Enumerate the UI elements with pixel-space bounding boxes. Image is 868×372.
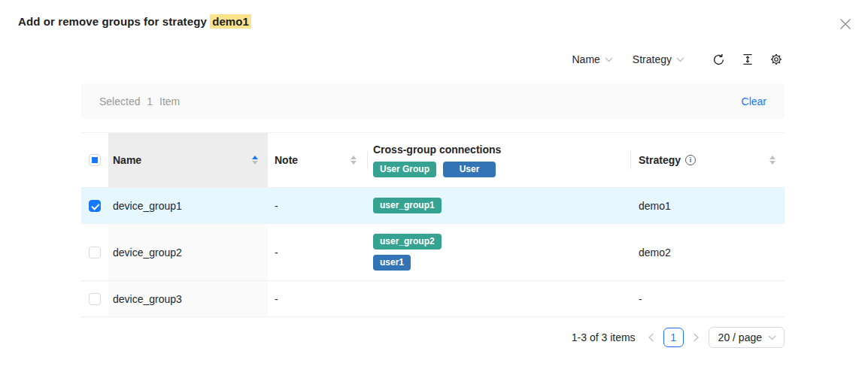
- note-value: -: [275, 246, 278, 259]
- selection-bar: Selected 1 Item Clear: [81, 83, 785, 119]
- sort-note-control[interactable]: [351, 156, 357, 165]
- device-group-name: device_group1: [113, 200, 182, 212]
- column-header-connections: Cross-group connections: [373, 144, 630, 156]
- legend-user-badge: User: [443, 162, 496, 177]
- pagination: 1-3 of 3 items 1 20 / page: [81, 327, 785, 348]
- user-group-tag: user_group2: [373, 234, 442, 250]
- row-connections-cell: [367, 281, 630, 316]
- toolbar-icon-group: [710, 51, 785, 68]
- filter-name-dropdown[interactable]: Name: [572, 53, 613, 65]
- row-checkbox[interactable]: [89, 246, 101, 259]
- column-header-note: Note: [275, 154, 298, 166]
- strategy-value: demo1: [639, 200, 671, 212]
- filter-strategy-label: Strategy: [633, 53, 672, 65]
- row-note-cell: -: [268, 188, 367, 223]
- user-group-tag: user_group1: [373, 198, 442, 213]
- select-all-checkbox[interactable]: [89, 154, 101, 166]
- dialog-header: Add or remove groups for strategy demo1: [0, 0, 868, 33]
- row-strategy-cell: demo2: [630, 224, 785, 280]
- row-checkbox[interactable]: [89, 293, 101, 305]
- row-note-cell: -: [268, 281, 367, 316]
- note-value: -: [275, 200, 278, 212]
- row-strategy-cell: demo1: [630, 188, 785, 223]
- device-group-name: device_group2: [113, 246, 182, 259]
- sort-name-control[interactable]: [252, 156, 258, 165]
- header-name-cell[interactable]: Name: [108, 133, 268, 187]
- chevron-down-icon: [676, 57, 684, 62]
- table-header-row: Name Note Cross-group connections User G…: [81, 132, 785, 188]
- row-connections-cell: user_group1: [367, 188, 630, 223]
- header-note-cell[interactable]: Note: [268, 133, 367, 187]
- header-select-all-cell: [81, 133, 108, 187]
- page-size-value: 20 / page: [718, 331, 762, 343]
- row-checkbox-cell: [81, 281, 108, 316]
- row-strategy-cell: -: [630, 281, 785, 316]
- note-value: -: [275, 293, 278, 305]
- row-note-cell: -: [268, 224, 367, 280]
- groups-table: Name Note Cross-group connections User G…: [81, 132, 785, 317]
- row-checkbox-cell: [81, 224, 108, 280]
- row-checkbox[interactable]: [89, 200, 101, 212]
- row-connections-cell: user_group2 user1: [367, 224, 630, 280]
- strategy-value: -: [639, 293, 642, 305]
- sort-asc-icon: [769, 156, 775, 159]
- page-size-select[interactable]: 20 / page: [709, 327, 785, 348]
- filter-strategy-dropdown[interactable]: Strategy: [633, 53, 684, 65]
- row-name-cell: device_group3: [108, 281, 268, 316]
- next-page-icon[interactable]: [691, 330, 701, 345]
- column-header-name: Name: [113, 154, 141, 166]
- page-title: Add or remove groups for strategy demo1: [18, 15, 251, 28]
- header-connections-cell: Cross-group connections User Group User: [367, 133, 630, 187]
- table-row[interactable]: device_group2 - user_group2 user1 demo2: [81, 224, 785, 281]
- table-toolbar: Name Strategy: [81, 48, 785, 71]
- row-height-icon[interactable]: [739, 51, 756, 68]
- clear-selection-link[interactable]: Clear: [742, 95, 766, 107]
- row-name-cell: device_group1: [108, 188, 268, 223]
- page-number-button[interactable]: 1: [663, 328, 684, 347]
- table-row[interactable]: device_group1 - user_group1 demo1: [81, 188, 785, 224]
- sort-strategy-control[interactable]: [769, 156, 775, 165]
- sort-desc-icon: [769, 161, 775, 165]
- chevron-down-icon: [768, 335, 776, 340]
- strategy-name-highlight: demo1: [210, 14, 251, 29]
- info-icon[interactable]: i: [685, 155, 696, 165]
- dialog-content: Name Strategy: [81, 48, 785, 348]
- refresh-icon[interactable]: [710, 51, 727, 68]
- sort-asc-icon: [252, 156, 258, 159]
- prev-page-icon[interactable]: [646, 330, 656, 345]
- selection-summary: Selected 1 Item: [99, 95, 180, 107]
- filter-name-label: Name: [572, 53, 600, 65]
- table-row[interactable]: device_group3 - -: [81, 281, 785, 317]
- sort-desc-icon: [351, 161, 357, 165]
- strategy-value: demo2: [639, 246, 671, 259]
- legend-user-group-badge: User Group: [373, 162, 436, 177]
- connections-legend: User Group User: [373, 162, 630, 177]
- header-strategy-cell[interactable]: Strategy i: [630, 133, 785, 187]
- sort-desc-icon: [252, 161, 258, 165]
- row-name-cell: device_group2: [108, 224, 268, 280]
- close-icon[interactable]: [836, 15, 854, 33]
- user-tag: user1: [373, 255, 411, 271]
- page-title-text: Add or remove groups for strategy: [18, 15, 210, 28]
- settings-gear-icon[interactable]: [768, 51, 785, 68]
- device-group-name: device_group3: [113, 293, 182, 305]
- column-header-strategy: Strategy: [639, 154, 681, 166]
- sort-asc-icon: [351, 156, 357, 159]
- row-checkbox-cell: [81, 188, 108, 223]
- chevron-down-icon: [605, 57, 613, 62]
- pagination-total: 1-3 of 3 items: [572, 331, 636, 343]
